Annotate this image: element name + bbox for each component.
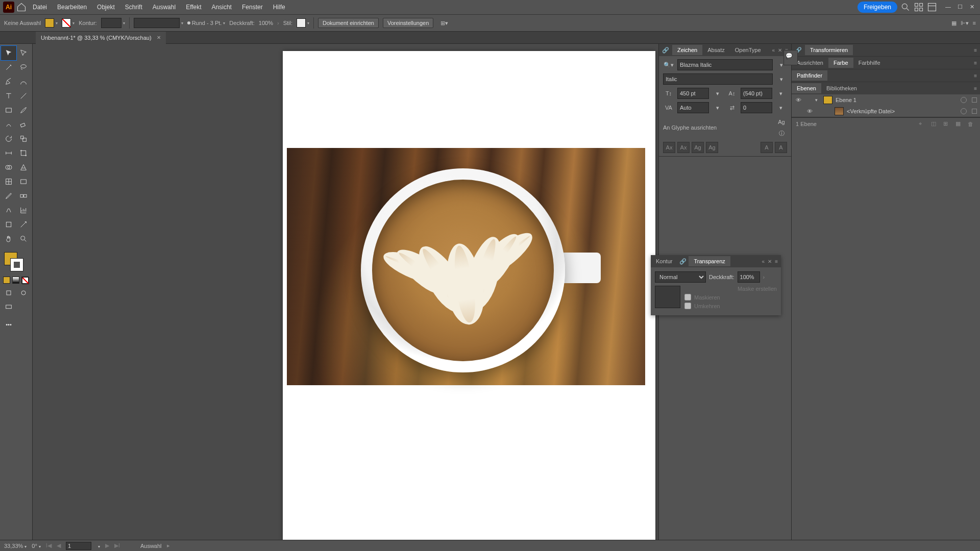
- new-layer-icon[interactable]: ▦: [955, 120, 964, 127]
- curvature-tool[interactable]: [16, 74, 32, 89]
- comments-icon[interactable]: 💬: [786, 53, 796, 63]
- tab-transformieren[interactable]: Transformieren: [805, 45, 853, 55]
- layer-row[interactable]: 👁 ▾ Ebene 1: [792, 94, 980, 106]
- slice-tool[interactable]: [16, 217, 32, 232]
- target-icon[interactable]: [961, 108, 967, 114]
- twisty-icon[interactable]: ▾: [815, 97, 820, 103]
- opacity-thumb[interactable]: [655, 286, 680, 308]
- stroke-weight-input[interactable]: [101, 18, 121, 28]
- locate-icon[interactable]: ⌖: [919, 120, 927, 127]
- selection-tool[interactable]: [1, 46, 16, 60]
- pen-tool[interactable]: [1, 74, 16, 89]
- menu-ansicht[interactable]: Ansicht: [208, 2, 236, 13]
- panel-menu-icon[interactable]: ≡: [974, 60, 977, 66]
- panel-menu-icon[interactable]: ≡: [973, 20, 976, 27]
- panel-close-icon[interactable]: ✕: [778, 47, 782, 53]
- visibility-icon[interactable]: 👁: [795, 97, 802, 103]
- layer-name[interactable]: Ebene 1: [836, 97, 856, 103]
- draw-mode-behind[interactable]: [16, 286, 32, 300]
- variable-width-dropdown[interactable]: [134, 18, 183, 28]
- preferences-button[interactable]: Voreinstellungen: [383, 18, 433, 28]
- select-indicator[interactable]: [972, 109, 977, 114]
- stroke-swatch[interactable]: [62, 18, 75, 28]
- zoom-level[interactable]: 33,33%: [4, 543, 27, 549]
- perspective-tool[interactable]: [16, 160, 32, 174]
- menu-bearbeiten[interactable]: Bearbeiten: [53, 2, 91, 13]
- mesh-tool[interactable]: [1, 174, 16, 189]
- tab-ebenen[interactable]: Ebenen: [792, 83, 821, 93]
- make-mask-button[interactable]: Maske erstellen: [684, 286, 777, 292]
- artboard-prev-first[interactable]: I◀: [46, 542, 52, 549]
- rotate-tool[interactable]: [1, 132, 16, 146]
- delete-layer-icon[interactable]: 🗑: [968, 121, 976, 127]
- artboard-prev[interactable]: ◀: [57, 542, 61, 549]
- rotate-view[interactable]: 0°: [32, 543, 41, 549]
- artboard-tool[interactable]: [1, 217, 16, 232]
- layer-name[interactable]: <Verknüpfte Datei>: [847, 108, 895, 114]
- doc-setup-button[interactable]: Dokument einrichten: [318, 18, 379, 28]
- tab-pathfinder[interactable]: Pathfinder: [792, 70, 827, 81]
- workspace-icon[interactable]: [927, 2, 937, 12]
- panel-menu-icon[interactable]: ≡: [974, 47, 977, 53]
- panel-close-icon[interactable]: ✕: [768, 259, 772, 264]
- maximize-icon[interactable]: ☐: [958, 4, 965, 11]
- magic-wand-tool[interactable]: [1, 60, 16, 74]
- stroke-weight-dropdown[interactable]: [101, 18, 125, 28]
- new-sublayer-icon[interactable]: ⊞: [943, 120, 951, 127]
- font-family-input[interactable]: [677, 59, 773, 70]
- menu-objekt[interactable]: Objekt: [93, 2, 119, 13]
- select-indicator[interactable]: [972, 97, 977, 103]
- font-size-input[interactable]: [677, 88, 709, 99]
- panel-menu-icon[interactable]: ≡: [775, 259, 778, 264]
- scale-tool[interactable]: [16, 132, 32, 146]
- paintbrush-tool[interactable]: [16, 103, 32, 117]
- panel-collapse-icon[interactable]: «: [762, 259, 765, 264]
- glyph-opt-4[interactable]: Ag: [706, 142, 718, 153]
- shaper-tool[interactable]: [1, 117, 16, 132]
- leading-input[interactable]: [741, 88, 772, 99]
- panel-menu-icon[interactable]: ≡: [974, 86, 977, 91]
- snap-icon[interactable]: ⊩▾: [961, 20, 969, 27]
- document-tab[interactable]: Unbenannt-1* @ 33,33 % (CMYK/Vorschau) ✕: [36, 32, 166, 44]
- symbol-sprayer-tool[interactable]: [1, 203, 16, 217]
- panel-collapse-icon[interactable]: «: [772, 47, 775, 53]
- artboard-next-last[interactable]: ▶I: [114, 542, 120, 549]
- direct-selection-tool[interactable]: [16, 46, 32, 60]
- screen-mode[interactable]: [1, 300, 16, 314]
- menu-schrift[interactable]: Schrift: [121, 2, 146, 13]
- opacity-value[interactable]: 100%: [259, 20, 273, 26]
- home-icon[interactable]: [16, 3, 27, 12]
- fill-swatch[interactable]: [45, 18, 58, 28]
- tab-close-icon[interactable]: ✕: [157, 35, 161, 40]
- eraser-tool[interactable]: [16, 117, 32, 132]
- type-tool[interactable]: [1, 89, 16, 103]
- artboard-next[interactable]: ▶: [105, 542, 109, 549]
- tab-farbhilfe[interactable]: Farbhilfe: [853, 58, 886, 68]
- font-style-input[interactable]: [663, 73, 773, 85]
- blend-mode-select[interactable]: Normal: [655, 271, 706, 283]
- shape-builder-tool[interactable]: [1, 160, 16, 174]
- search-icon[interactable]: [900, 2, 911, 12]
- link-icon[interactable]: 🔗: [659, 47, 672, 54]
- placed-image[interactable]: [287, 148, 645, 385]
- panel-menu-icon[interactable]: ≡: [974, 73, 977, 79]
- tab-zeichen[interactable]: Zeichen: [672, 45, 702, 55]
- tab-farbe[interactable]: Farbe: [828, 58, 853, 68]
- target-icon[interactable]: [961, 97, 967, 103]
- blend-tool[interactable]: [16, 189, 32, 203]
- edit-toolbar[interactable]: •••: [1, 317, 16, 332]
- graph-tool[interactable]: [16, 203, 32, 217]
- brush-dropdown[interactable]: Rund - 3 Pt.: [187, 20, 226, 26]
- menu-effekt[interactable]: Effekt: [182, 2, 205, 13]
- minimize-icon[interactable]: —: [945, 4, 952, 11]
- artboard[interactable]: [283, 51, 655, 540]
- hand-tool[interactable]: [1, 232, 16, 246]
- tracking-input[interactable]: [741, 102, 772, 113]
- snap-options-icon[interactable]: Ag: [776, 116, 787, 128]
- chevron-down-icon[interactable]: ▾: [776, 73, 787, 85]
- width-tool[interactable]: [1, 146, 16, 160]
- stroke-color-swatch[interactable]: [10, 258, 23, 271]
- tab-transparenz[interactable]: Transparenz: [689, 256, 730, 266]
- canvas[interactable]: [33, 44, 658, 540]
- eyedropper-tool[interactable]: [1, 189, 16, 203]
